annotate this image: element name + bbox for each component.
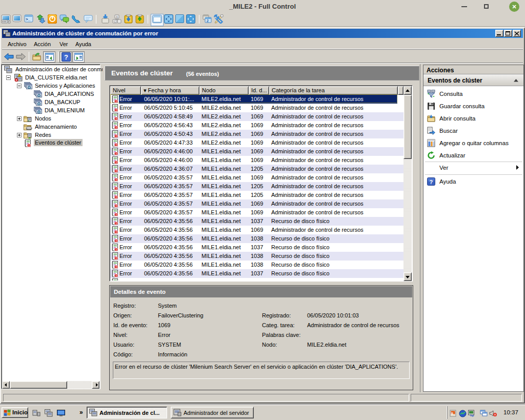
svg-text:hp: hp [470,414,474,417]
svg-text:C: C [114,20,116,23]
svg-text:?: ? [430,179,433,185]
svg-text:?: ? [64,53,68,61]
svg-text:2: 2 [207,19,209,23]
svg-text:B: B [451,412,454,415]
svg-text:A: A [116,15,118,18]
svg-text:×××: ××× [2,20,7,23]
svg-text:>_: >_ [26,17,31,22]
